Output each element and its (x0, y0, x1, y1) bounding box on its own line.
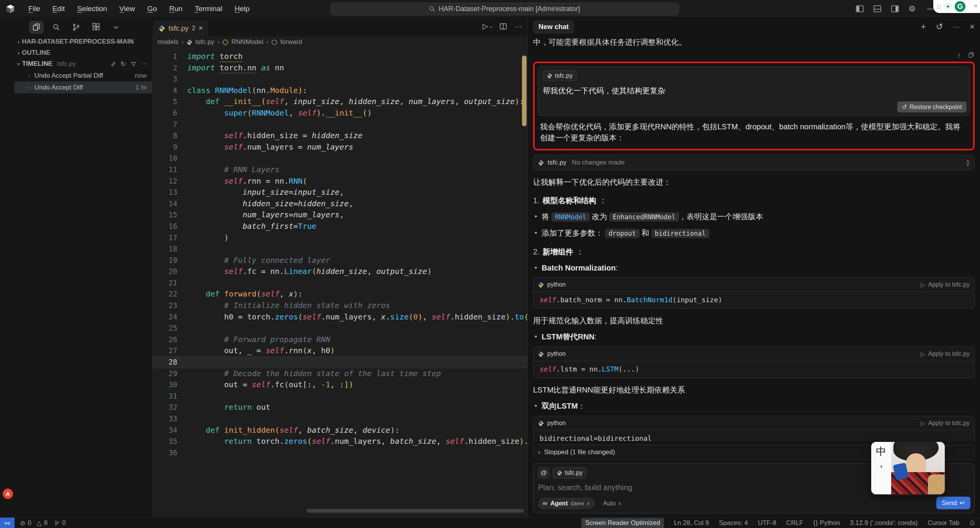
overlay-drag-handle[interactable] (937, 4, 941, 9)
code-line[interactable]: 22 def forward(self, x): (152, 288, 527, 300)
breadcrumb-class[interactable]: RNNModel (231, 38, 263, 46)
status-eol-sequence[interactable]: CRLF (786, 519, 803, 527)
more-actions-icon[interactable]: ··· (141, 60, 147, 68)
vertical-scrollbar-thumb[interactable] (522, 55, 527, 126)
code-line[interactable]: 18 (152, 243, 527, 255)
code-line[interactable]: 14 hidden_size=hidden_size, (152, 198, 527, 210)
code-line[interactable]: 11 # RNN Layers (152, 164, 527, 176)
code-line[interactable]: 27 out, _ = self.rnn(x, h0) (152, 345, 527, 357)
menu-edit[interactable]: Edit (48, 3, 70, 15)
code-line[interactable]: 31 (152, 391, 527, 402)
code-line[interactable]: 15 num_layers=num_layers, (152, 209, 527, 221)
copy-message-icon[interactable] (968, 52, 975, 59)
apply-to-file-button[interactable]: ▷Apply to tsfc.py (921, 350, 970, 358)
restore-checkpoint-button[interactable]: ↺ Restore checkpoint (897, 101, 967, 112)
extensions-icon[interactable] (89, 21, 103, 34)
window-close-button[interactable]: × (974, 2, 978, 10)
code-line[interactable]: 24 h0 = torch.zeros(self.num_layers, x.s… (152, 311, 527, 323)
code-line[interactable]: 5 def __init__(self, input_size, hidden_… (152, 96, 527, 108)
model-selector[interactable]: Auto ∧ (603, 500, 622, 507)
expand-collapse-icon[interactable]: ∧∨ (966, 159, 970, 166)
explorer-icon[interactable] (29, 21, 44, 34)
code-line[interactable]: 4class RNNModel(nn.Module): (152, 85, 527, 96)
code-line[interactable]: 6 super(RNNModel, self).__init__() (152, 108, 527, 119)
menu-view[interactable]: View (115, 3, 140, 15)
chat-tab-new-chat[interactable]: New chat (533, 20, 574, 34)
code-line[interactable]: 19 # Fully connected layer (152, 255, 527, 266)
toggle-bottom-panel-icon[interactable] (873, 5, 882, 13)
code-line[interactable]: 30 out = self.fc(out[:, -1, :]) (152, 379, 527, 391)
code-line[interactable]: 3 (152, 73, 527, 85)
sidebar-section-outline[interactable]: › OUTLINE (15, 47, 152, 58)
code-line[interactable]: 32 return out (152, 402, 527, 413)
menu-selection[interactable]: Selection (72, 3, 111, 15)
timeline-item[interactable]: ○Undo Accept Diff1 hr (15, 81, 152, 93)
code-line[interactable]: 1import torch (152, 51, 527, 62)
code-line[interactable]: 17 ) (152, 232, 527, 244)
search-view-icon[interactable] (49, 21, 64, 34)
filter-icon[interactable] (131, 61, 136, 67)
menu-file[interactable]: File (24, 3, 45, 15)
apply-to-file-button[interactable]: ▷Apply to tsfc.py (921, 281, 970, 288)
send-button[interactable]: Send ↵ (936, 497, 970, 509)
menu-help[interactable]: Help (230, 3, 254, 15)
code-line[interactable]: 10 (152, 153, 527, 164)
split-editor-icon[interactable] (499, 23, 507, 30)
code-line[interactable]: 26 # Forward propagate RNN (152, 334, 527, 345)
code-line[interactable]: 34 def init_hidden(self, batch_size, dev… (152, 425, 527, 436)
grammarly-g-icon[interactable]: G (955, 1, 965, 12)
command-center-search[interactable]: HAR-Dataset-Preprocess-main [Administrat… (330, 3, 679, 15)
status-python-interpreter[interactable]: 3.12.9 ('.conda': conda) (850, 519, 918, 527)
branch-counter[interactable]: 0 (54, 519, 65, 527)
code-line[interactable]: 12 self.rnn = nn.RNN( (152, 176, 527, 187)
breadcrumb-models[interactable]: models (157, 38, 178, 46)
file-change-status-card[interactable]: tsfc.py No changes made ∧∨ (533, 155, 975, 170)
code-line-current[interactable]: 28 (152, 357, 527, 368)
scroll-to-top-icon[interactable]: ↑ (957, 52, 961, 59)
code-line[interactable]: 21 (152, 277, 527, 289)
toggle-left-sidebar-icon[interactable] (856, 5, 864, 13)
status-screen-reader-mode[interactable]: Screen Reader Optimized (581, 518, 664, 528)
code-line[interactable]: 36 (152, 447, 527, 459)
menu-run[interactable]: Run (165, 3, 187, 15)
mention-button[interactable]: @ (538, 467, 550, 479)
pin-icon[interactable] (110, 61, 116, 67)
chat-history-icon[interactable]: ↺ (936, 22, 943, 32)
code-line[interactable]: 7 (152, 119, 527, 130)
code-line[interactable]: 29 # Decode the hidden state of the last… (152, 368, 527, 380)
code-line[interactable]: 35 return torch.zeros(self.num_layers, b… (152, 436, 527, 447)
tab-close-icon[interactable]: × (199, 24, 203, 32)
tab-tsfc-py[interactable]: tsfc.py 2 × (153, 20, 208, 36)
breadcrumb[interactable]: models › tsfc.py › RNNModel › forward (152, 36, 527, 48)
sidebar-section-timeline[interactable]: › TIMELINE tsfc.py ↻ ··· (15, 58, 152, 70)
horizontal-scrollbar-thumb[interactable] (306, 509, 524, 513)
status-indentation[interactable]: Spaces: 4 (719, 519, 748, 527)
code-line[interactable]: 20 self.fc = nn.Linear(hidden_size, outp… (152, 266, 527, 277)
status-cursor-position[interactable]: Ln 28, Col 9 (674, 519, 709, 527)
status-notifications[interactable] (969, 520, 975, 526)
settings-gear-icon[interactable]: ⚙ (908, 4, 916, 13)
code-line[interactable]: 13 input_size=input_size, (152, 187, 527, 198)
status-language-mode[interactable]: { }Python (813, 519, 840, 527)
chat-more-actions-icon[interactable]: ··· (953, 23, 960, 31)
run-python-file-button[interactable]: ▷ › (483, 22, 492, 31)
extension-badge-icon[interactable]: A (3, 489, 13, 499)
attached-file-chip[interactable]: tsfc.py (543, 70, 577, 81)
grammarly-overlay[interactable]: ✦ G (933, 0, 980, 13)
code-line[interactable]: 25 (152, 323, 527, 334)
menu-terminal[interactable]: Terminal (190, 3, 227, 15)
agent-mode-selector[interactable]: ∞ Agent Ctrl+I ∧ (538, 498, 595, 509)
new-chat-plus-icon[interactable]: + (921, 22, 926, 32)
remote-indicator[interactable]: >< (0, 518, 15, 528)
menu-go[interactable]: Go (142, 3, 161, 15)
code-line[interactable]: 23 # Initialize hidden state with zeros (152, 300, 527, 311)
code-line[interactable]: 8 self.hidden_size = hidden_size (152, 130, 527, 142)
code-editor[interactable]: 1import torch2import torch.nn as nn34cla… (152, 48, 527, 517)
timeline-item[interactable]: ○Undo Accept Partial Diffnow (15, 70, 152, 81)
suggestion-bulb-icon[interactable]: ✦ (943, 2, 952, 11)
breadcrumb-method[interactable]: forward (280, 38, 302, 46)
editor-more-actions-icon[interactable]: ··· (515, 22, 522, 31)
code-line[interactable]: 33 (152, 413, 527, 425)
sidebar-section-explorer[interactable]: › HAR-DATASET-PREPROCESS-MAIN (15, 36, 152, 47)
status-cursor-tab[interactable]: Cursor Tab (928, 519, 959, 527)
